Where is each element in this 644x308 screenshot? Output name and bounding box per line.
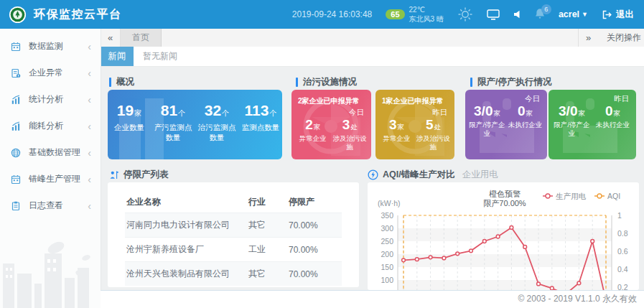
tab-bar: « 首页 » 关闭操作 [101, 29, 644, 47]
tab-home[interactable]: 首页 [121, 29, 162, 47]
overview-card[interactable]: 19家企业数量81个产污监测点数量32个治污监测点数量113个监测点数量 [108, 90, 282, 159]
sidebar-item-4[interactable]: 基础数据管理‹ [0, 139, 101, 166]
sidebar-item-label: 能耗分析 [29, 120, 88, 132]
svg-text:0.4: 0.4 [617, 265, 628, 274]
chevron-collapse-icon: ‹ [88, 174, 91, 185]
restriction-table: 企业名称行业停限产河南同力电力设计有限公司其它70.00%沧州宇新养殖设备厂工业… [125, 191, 342, 286]
industry: 其它 [248, 268, 289, 280]
chevron-collapse-icon: ‹ [88, 201, 91, 211]
sun-icon [457, 6, 473, 22]
card-period: 昨日 [375, 106, 454, 118]
city-skyline-watermark-icon [0, 236, 101, 308]
svg-text:0.6: 0.6 [617, 247, 628, 256]
card-stat: 0家未执行企业 [506, 104, 544, 139]
worker-icon [109, 170, 119, 180]
aqi-compare-subtitle[interactable]: 企业用电 [462, 169, 498, 181]
card-headline: 1家企业已申报异常 [375, 90, 454, 106]
calendar-icon [11, 174, 22, 185]
tabs-scroll-left-icon[interactable]: « [101, 29, 121, 47]
card-stat: 3/0家限产/停产企业 [551, 104, 592, 139]
document-alert-icon [11, 68, 22, 78]
sidebar-item-2[interactable]: 统计分析‹ [0, 86, 101, 113]
section-title-overview: 概况 [109, 76, 134, 88]
restriction-pct: 70.00% [289, 245, 342, 255]
app-title: 环保监控云平台 [34, 7, 122, 22]
industry: 工业 [248, 243, 289, 256]
chevron-down-icon: ▼ [582, 11, 588, 18]
production-card-yesterday[interactable]: 昨日3/0家限产/停产企业0家未执行企业 [549, 90, 636, 159]
wind: 东北风3 [409, 15, 435, 23]
card-period: 今日 [465, 90, 547, 104]
sidebar-item-label: 基础数据管理 [29, 146, 88, 159]
svg-text:0.8: 0.8 [617, 229, 628, 238]
sidebar-item-label: 数据监测 [29, 40, 88, 52]
chevron-collapse-icon: ‹ [88, 68, 91, 78]
card-period: 昨日 [549, 90, 636, 104]
bar-chart-icon [11, 95, 22, 105]
condition: 晴 [437, 15, 444, 23]
production-card-today[interactable]: 今日3/0家限产/停产企业0家未执行企业 [465, 90, 547, 159]
logout-icon [602, 10, 612, 19]
bar-chart-icon [11, 121, 22, 131]
table-header-row: 企业名称行业停限产 [125, 191, 342, 213]
table-row[interactable]: 河南同力电力设计有限公司其它70.00% [125, 213, 342, 237]
sidebar-item-3[interactable]: 能耗分析‹ [0, 113, 101, 139]
aqi-badge: 65 [386, 9, 404, 19]
weather-widget: 65 22℃ 东北风3 晴 [386, 5, 444, 24]
chevron-collapse-icon: ‹ [88, 42, 91, 52]
sidebar-item-5[interactable]: 错峰生产管理‹ [0, 166, 101, 192]
notification-count-badge: 6 [541, 4, 551, 14]
card-period: 今日 [291, 106, 371, 118]
news-label-button[interactable]: 新闻 [101, 47, 134, 66]
svg-text:150: 150 [381, 263, 393, 271]
username: acrel [559, 9, 579, 19]
sidebar-item-6[interactable]: 日志查看‹ [0, 192, 101, 219]
svg-text:350: 350 [381, 211, 393, 220]
tabs-scroll-right-icon[interactable]: » [578, 29, 598, 47]
card-stat: 3家异常企业 [378, 118, 415, 152]
datetime: 2019-09-24 16:03:48 [292, 9, 372, 19]
sidebar-item-1[interactable]: 企业异常‹ [0, 60, 101, 86]
pollution-card-today[interactable]: 2家企业已申报异常今日2家异常企业3处涉及治污设施 [291, 90, 371, 159]
svg-text:300: 300 [381, 224, 393, 233]
footer: © 2003 - 2019 V1.1.0 永久有效 [101, 290, 644, 308]
sidebar: 数据监测‹企业异常‹统计分析‹能耗分析‹基础数据管理‹错峰生产管理‹日志查看‹ [0, 29, 101, 308]
notifications-bell-icon[interactable]: 6 [535, 8, 545, 22]
aqi-chart-panel: 35030025020015010010.80.60.40.2(kW·h)橙色预… [368, 182, 639, 290]
svg-text:生产用电: 生产用电 [556, 192, 587, 200]
table-row[interactable]: 沧州天兴包装制品有限公司其它70.00% [125, 261, 342, 286]
overview-stat: 81个产污监测点数量 [152, 102, 195, 142]
user-menu[interactable]: acrel▼ [559, 9, 588, 19]
restriction-pct: 70.00% [289, 269, 342, 279]
monitor-icon[interactable] [487, 9, 500, 20]
aqi-production-chart[interactable]: 35030025020015010010.80.60.40.2(kW·h)橙色预… [368, 182, 639, 290]
sidebar-item-label: 日志查看 [29, 200, 88, 212]
close-operations-menu[interactable]: 关闭操作 [598, 29, 644, 47]
warning-annotation: 橙色预警 [489, 190, 521, 198]
svg-text:200: 200 [381, 250, 393, 258]
speaker-icon[interactable] [513, 10, 521, 19]
app-window: 环保监控云平台 2019-09-24 16:03:48 65 22℃ 东北风3 … [0, 0, 644, 308]
sidebar-item-0[interactable]: 数据监测‹ [0, 33, 101, 60]
news-bar: 新闻 暂无新闻 [101, 47, 644, 67]
logout-button[interactable]: 退出 [602, 9, 634, 21]
sidebar-item-label: 统计分析 [29, 93, 88, 106]
top-header: 环保监控云平台 2019-09-24 16:03:48 65 22℃ 东北风3 … [0, 0, 644, 29]
pollution-card-yesterday[interactable]: 1家企业已申报异常昨日3家异常企业5处涉及治污设施 [375, 90, 454, 159]
copyright-text: © 2003 - 2019 V1.1.0 永久有效 [518, 291, 637, 307]
table-row[interactable]: 沧州宇新养殖设备厂工业70.00% [125, 237, 342, 261]
sidebar-menu: 数据监测‹企业异常‹统计分析‹能耗分析‹基础数据管理‹错峰生产管理‹日志查看‹ [0, 29, 101, 219]
chevron-collapse-icon: ‹ [88, 95, 91, 105]
chevron-collapse-icon: ‹ [88, 121, 91, 131]
svg-text:1: 1 [617, 211, 622, 220]
svg-text:250: 250 [381, 237, 393, 246]
aqi-compare-title: AQI/错峰生产对比 企业用电 [368, 169, 498, 181]
main-content: 概况 治污设施情况 限产/停产执行情况 19家企业数量81个产污监测点数量32个… [101, 66, 644, 290]
company-name: 沧州宇新养殖设备厂 [125, 243, 248, 256]
svg-text:AQI: AQI [607, 192, 620, 200]
svg-text:100: 100 [381, 276, 393, 284]
sidebar-item-label: 错峰生产管理 [29, 173, 88, 185]
card-headline: 2家企业已申报异常 [291, 90, 371, 106]
company-name: 河南同力电力设计有限公司 [125, 219, 248, 231]
restriction-list-title: 停限产列表 [109, 169, 169, 181]
